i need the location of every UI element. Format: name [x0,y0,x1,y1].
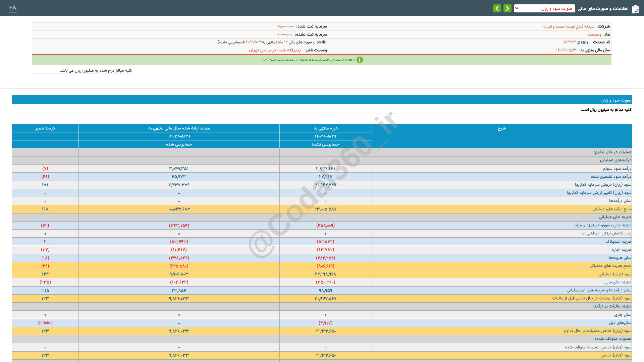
svg-text:i: i [359,58,361,63]
